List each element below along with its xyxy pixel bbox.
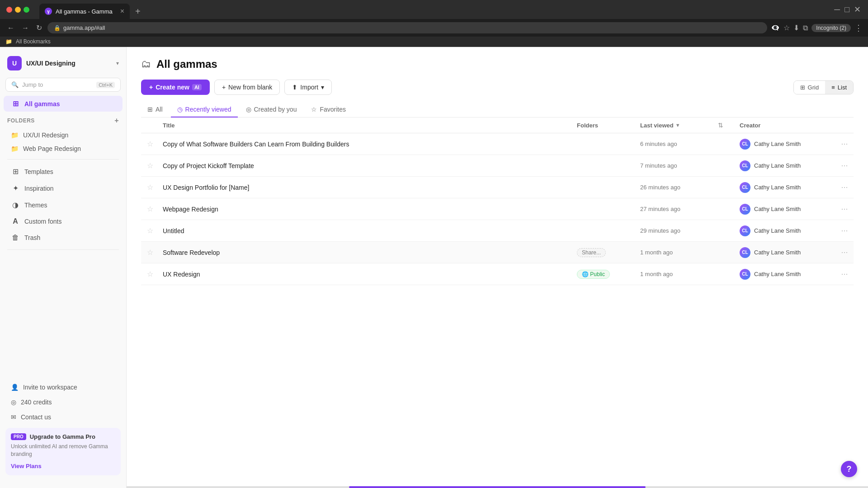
sidebar-item-invite[interactable]: 👤 Invite to workspace [4,380,123,394]
more-options-button-3[interactable]: ··· [838,182,850,192]
sidebar-item-contact[interactable]: ✉ Contact us [4,410,123,424]
row-title-5[interactable]: Untitled [159,227,573,235]
new-tab-button[interactable]: + [132,5,144,19]
jump-to-search[interactable]: 🔍 Jump to Ctrl+K [5,78,121,92]
tab-close-button[interactable]: × [120,7,124,15]
row-lastviewed-3: 26 minutes ago [637,184,718,191]
invite-label: Invite to workspace [23,384,77,391]
sidebar-item-custom-fonts[interactable]: A Custom fonts [4,214,123,229]
row-title-4[interactable]: Webpage Redesign [159,206,573,213]
workspace-selector[interactable]: U UX/UI Designing ▾ [0,52,126,76]
plus-icon-blank: + [222,84,226,91]
sidebar-item-label: Templates [24,168,53,175]
main-content: 🗂 All gammas + Create new AI + New from … [127,47,868,488]
credits-icon: ◎ [11,399,16,406]
title-header-label: Title [163,122,175,129]
close-window-icon[interactable]: ✕ [854,5,861,14]
share-badge-6: Share... [577,248,606,257]
forward-button[interactable]: → [20,22,31,34]
filter-tab-all[interactable]: ⊞ All [141,102,169,117]
workspace-name: UX/UI Designing [26,60,112,67]
list-view-button[interactable]: ≡ List [825,81,853,94]
sidebar-item-trash[interactable]: 🗑 Trash [4,230,123,245]
sidebar: U UX/UI Designing ▾ 🔍 Jump to Ctrl+K ⊞ A… [0,47,127,488]
row-title-7[interactable]: UX Redesign [159,271,573,278]
sidebar-item-templates[interactable]: ⊞ Templates [4,164,123,179]
sidebar-divider [7,159,119,160]
creator-avatar-5: CL [740,225,750,236]
window-max-button[interactable] [24,7,29,13]
star-button-4[interactable]: ☆ [141,203,159,215]
restore-icon[interactable]: □ [844,5,849,14]
more-options-button-4[interactable]: ··· [838,203,850,214]
window-min-button[interactable] [15,7,21,13]
credits-label: 240 credits [21,399,52,406]
row-creator-3: CL Cathy Lane Smith [736,182,835,193]
sidebar-item-credits[interactable]: ◎ 240 credits [4,395,123,409]
table-row: ☆ Software Redevelop Share... 1 month ag… [141,242,854,263]
star-button-6[interactable]: ☆ [141,246,159,258]
sidebar-folder-uxui-redesign[interactable]: 📁 UX/UI Redesign [4,129,123,141]
themes-icon: ◑ [11,201,20,209]
row-folders-6: Share... [573,248,637,257]
lastviewed-column-header[interactable]: Last viewed ▼ [637,122,718,129]
row-lastviewed-7: 1 month ago [637,271,718,277]
back-button[interactable]: ← [5,22,16,34]
reload-button[interactable]: ↻ [34,22,44,34]
table-row: ☆ Webpage Redesign 27 minutes ago CL Cat… [141,198,854,220]
sidebar-item-label: Trash [24,234,40,241]
more-options-button-1[interactable]: ··· [838,138,850,149]
row-title-2[interactable]: Copy of Project Kickoff Template [159,162,573,169]
tab-favicon: γ [45,8,52,15]
add-folder-button[interactable]: + [114,117,119,125]
address-bar[interactable]: 🔒 gamma.app/#all [47,22,767,33]
more-options-button-5[interactable]: ··· [838,225,850,236]
scrollbar-thumb[interactable] [349,486,646,488]
star-button-5[interactable]: ☆ [141,225,159,237]
create-new-button[interactable]: + Create new AI [141,80,210,95]
window-close-button[interactable] [6,7,12,13]
view-plans-link[interactable]: View Plans [11,463,42,469]
download-icon[interactable]: ⬇ [793,23,799,32]
star-button-1[interactable]: ☆ [141,138,159,150]
star-button-3[interactable]: ☆ [141,181,159,193]
more-options-button-6[interactable]: ··· [838,247,850,258]
filter-tab-recently-viewed[interactable]: ◷ Recently viewed [171,102,238,117]
grid-view-button[interactable]: ⊞ Grid [794,81,826,94]
sort-toggle-button[interactable]: ⇅ [718,121,736,129]
import-button[interactable]: ⬆ Import ▾ [284,80,332,95]
ai-badge: AI [192,84,202,90]
list-icon: ≡ [831,84,835,91]
sidebar-item-themes[interactable]: ◑ Themes [4,197,123,213]
sidebar-item-inspiration[interactable]: ✦ Inspiration [4,180,123,196]
horizontal-scrollbar[interactable] [127,486,868,488]
minimize-icon[interactable]: ─ [834,5,840,14]
filter-tab-favorites[interactable]: ☆ Favorites [305,102,352,117]
extension-icon[interactable]: ⧉ [803,24,808,32]
chevron-down-icon: ▾ [116,60,119,66]
folders-header: Folders + [7,117,119,125]
more-options-button-7[interactable]: ··· [838,268,850,279]
star-button-7[interactable]: ☆ [141,268,159,280]
new-from-blank-button[interactable]: + New from blank [214,80,280,95]
table-header: Title Folders Last viewed ▼ ⇅ Creator [141,117,854,133]
row-title-3[interactable]: UX Design Portfolio for [Name] [159,184,573,191]
more-options-button-2[interactable]: ··· [838,160,850,171]
trash-icon: 🗑 [11,234,20,242]
sidebar-item-label: All gammas [24,100,60,108]
active-tab[interactable]: γ All gammas - Gamma × [39,4,130,19]
row-creator-2: CL Cathy Lane Smith [736,160,835,171]
row-creator-5: CL Cathy Lane Smith [736,225,835,236]
sidebar-folder-webpage-redesign[interactable]: 📁 Web Page Redesign [4,142,123,155]
filter-tab-created-by-you[interactable]: ◎ Created by you [240,102,303,117]
help-button[interactable]: ? [841,461,857,477]
star-button-2[interactable]: ☆ [141,160,159,172]
search-shortcut: Ctrl+K [96,82,115,88]
sidebar-item-all-gammas[interactable]: ⊞ All gammas [4,96,123,112]
sidebar-item-label: Themes [24,202,47,209]
creator-header-label: Creator [740,122,760,129]
bookmark-star-icon[interactable]: ☆ [783,23,790,32]
row-title-1[interactable]: Copy of What Software Builders Can Learn… [159,141,573,148]
menu-icon[interactable]: ⋮ [854,23,863,33]
row-title-6[interactable]: Software Redevelop [159,249,573,256]
